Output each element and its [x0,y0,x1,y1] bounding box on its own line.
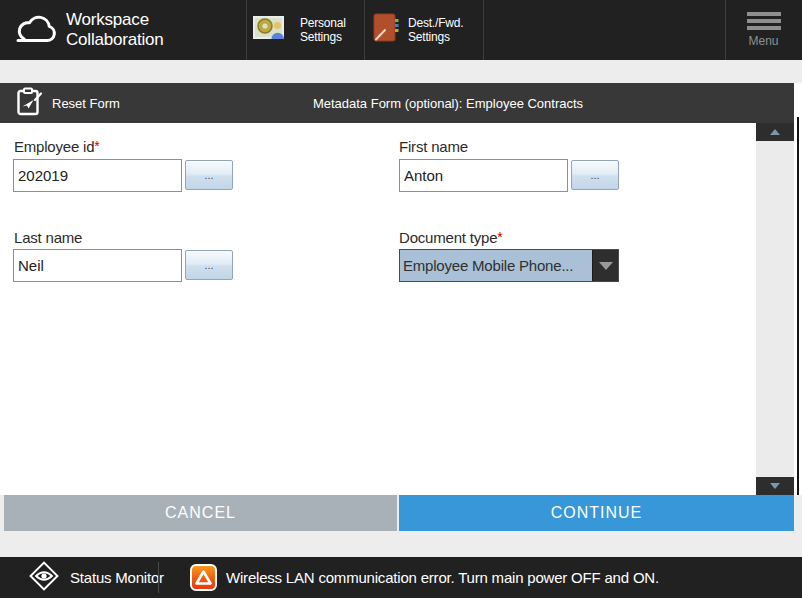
scroll-down-button[interactable] [756,477,794,495]
statusbar-separator [158,562,159,593]
cloud-icon [14,13,62,47]
document-type-value: Employee Mobile Phone... [400,250,592,281]
dropdown-arrow-button[interactable] [592,250,618,281]
required-marker: * [497,229,502,245]
menu-button[interactable]: Menu [725,0,802,60]
first-name-label: First name [399,138,468,155]
personal-settings-label: Personal Settings [300,16,346,45]
employee-id-browse-button[interactable]: ... [185,160,233,190]
reset-form-button[interactable]: Reset Form [16,83,120,123]
dest-fwd-settings-button[interactable]: Dest./Fwd. Settings [372,0,463,60]
app-logo: Workspace Collaboration [0,0,246,60]
employee-id-label: Employee id* [14,138,100,155]
personal-settings-button[interactable]: Personal Settings [252,0,346,60]
continue-button[interactable]: CONTINUE [399,495,794,531]
device-screen: Workspace Collaboration Personal Setting… [0,0,802,598]
spacer-strip-bottom [0,531,802,557]
reset-form-icon [16,87,43,120]
required-marker: * [94,138,99,154]
alert-message: Wireless LAN communication error. Turn m… [226,557,659,598]
spacer-strip-top [0,60,802,83]
top-bar: Workspace Collaboration Personal Setting… [0,0,802,60]
personal-settings-icon [252,12,292,48]
vertical-scrollbar[interactable] [756,123,794,495]
app-title: Workspace Collaboration [66,10,164,50]
status-monitor-button[interactable]: Status Monitor [28,557,164,598]
scroll-up-icon [770,129,780,135]
last-name-label: Last name [14,229,82,246]
chevron-down-icon [599,262,613,270]
employee-id-input[interactable] [13,159,182,192]
last-name-input[interactable] [13,249,182,282]
screen-edge-line [797,117,799,557]
menu-label: Menu [748,34,778,48]
topbar-separator [246,0,247,60]
status-monitor-icon [28,561,60,595]
cancel-button[interactable]: CANCEL [4,495,397,531]
reset-form-label: Reset Form [52,96,120,111]
form-header-bar: Reset Form Metadata Form (optional): Emp… [0,83,794,123]
first-name-input[interactable] [399,159,568,192]
topbar-separator [364,0,365,60]
status-bar: Status Monitor Wireless LAN communicatio… [0,557,802,598]
address-book-icon [372,12,400,48]
form-title: Metadata Form (optional): Employee Contr… [313,83,583,123]
scroll-up-button[interactable] [756,123,794,141]
document-type-label: Document type* [399,229,503,246]
first-name-browse-button[interactable]: ... [571,160,619,190]
last-name-browse-button[interactable]: ... [185,250,233,280]
scroll-down-icon [770,483,780,489]
menu-icon [747,12,781,30]
topbar-separator [483,0,484,60]
dest-fwd-settings-label: Dest./Fwd. Settings [408,16,463,45]
status-monitor-label: Status Monitor [70,569,164,586]
document-type-dropdown[interactable]: Employee Mobile Phone... [399,249,619,282]
warning-icon [190,564,217,591]
footer-action-bar: CANCEL CONTINUE [0,495,802,531]
